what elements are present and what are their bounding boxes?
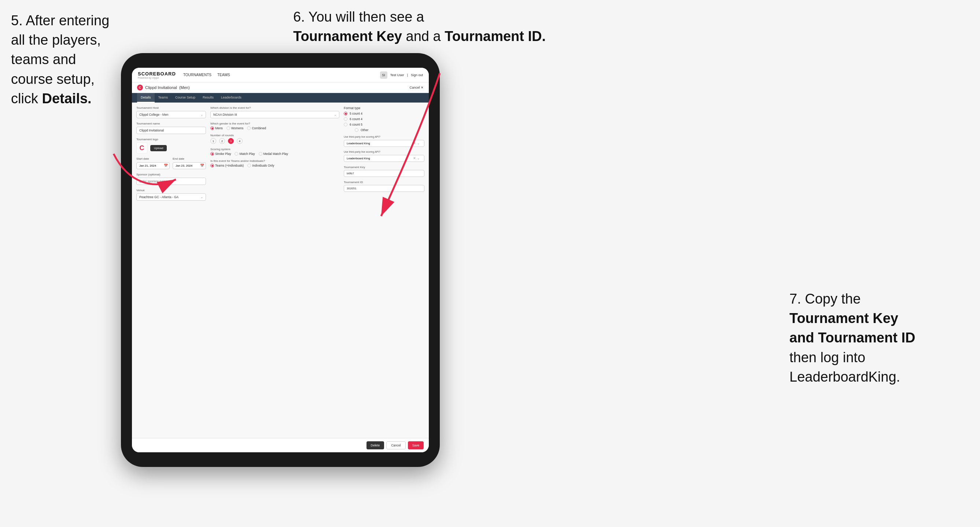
teams-radio[interactable] — [210, 164, 214, 167]
format-5count4[interactable]: 5 count 4 — [344, 112, 425, 115]
user-avatar: SI — [380, 71, 387, 79]
venue-label: Venue — [136, 189, 206, 192]
sign-out-link[interactable]: Sign out — [411, 73, 423, 77]
6count5-radio[interactable] — [344, 123, 347, 126]
cancel-button[interactable]: Cancel — [386, 441, 405, 449]
upload-button[interactable]: Upload — [150, 145, 167, 151]
team-individual-group: Is this event for Teams and/or Individua… — [210, 159, 339, 167]
annotation-top-right: 6. You will then see aTournament Key and… — [293, 7, 550, 46]
round-4[interactable]: 4 — [237, 138, 243, 144]
tab-leaderboards[interactable]: Leaderboards — [217, 93, 245, 103]
c-logo-icon: C — [140, 144, 145, 152]
format-type-group: Format type 5 count 4 6 count 4 6 cou — [344, 106, 425, 132]
scoring-medal[interactable]: Medal Match Play — [259, 152, 288, 156]
rounds-group: Number of rounds 1 2 3 4 — [210, 134, 339, 144]
combined-radio[interactable] — [247, 126, 251, 130]
gender-womens[interactable]: Womens — [226, 126, 243, 130]
other-radio[interactable] — [355, 128, 358, 132]
team-individual-label: Is this event for Teams and/or Individua… — [210, 159, 339, 163]
format-other[interactable]: Other — [355, 128, 425, 132]
stroke-radio[interactable] — [210, 152, 214, 156]
tab-details[interactable]: Details — [137, 93, 155, 103]
womens-radio[interactable] — [226, 126, 230, 130]
end-date-field: End date 📅 — [173, 157, 206, 169]
tournament-id-value: 302051 — [344, 185, 425, 192]
venue-group: Venue Peachtree GC - Atlanta - GA — [136, 189, 206, 201]
right-column: Format type 5 count 4 6 count 4 6 cou — [344, 106, 425, 434]
6count4-label: 6 count 4 — [350, 117, 363, 121]
division-select-wrapper: NCAA Division III — [210, 111, 339, 118]
start-date-label: Start date — [136, 157, 170, 160]
annotation-bottom-right-text: 7. Copy theTournament Keyand Tournament … — [789, 291, 915, 384]
division-group: Which division is the event for? NCAA Di… — [210, 106, 339, 118]
tournament-icon: C — [137, 84, 143, 90]
round-1[interactable]: 1 — [210, 138, 216, 144]
teams-option[interactable]: Teams (+Individuals) — [210, 164, 244, 167]
third-party-live-select1[interactable]: Leaderboard King — [344, 140, 425, 147]
third-party-live-group1: Use third-party live scoring API? Leader… — [344, 135, 425, 147]
rounds-label: Number of rounds — [210, 134, 339, 137]
page-header: C Clippd Invitational (Men) Cancel ✕ — [132, 83, 429, 93]
third-party-live-select-wrapper2: Leaderboard King ✕ ⌄ — [344, 154, 425, 162]
nav-teams[interactable]: TEAMS — [217, 73, 230, 77]
match-radio[interactable] — [235, 152, 238, 156]
mens-label: Mens — [215, 126, 223, 130]
scoring-label: Scoring system — [210, 148, 339, 151]
tournament-key-value: b6fb7 — [344, 170, 425, 177]
tournament-key-group: Tournament Key b6fb7 — [344, 165, 425, 177]
round-2[interactable]: 2 — [219, 138, 225, 144]
cancel-top-button[interactable]: Cancel ✕ — [409, 86, 424, 89]
tournament-host-select[interactable]: Clippd College - Men — [136, 111, 206, 118]
womens-label: Womens — [231, 126, 243, 130]
sponsor-input[interactable] — [136, 178, 206, 185]
third-party-live-label1: Use third-party live scoring API? — [344, 135, 425, 138]
start-date-field: Start date 📅 — [136, 157, 170, 169]
tab-navigation: Details Teams Course Setup Results Leade… — [132, 93, 429, 103]
5count4-radio[interactable] — [344, 112, 347, 115]
medal-radio[interactable] — [259, 152, 262, 156]
tab-course-setup[interactable]: Course Setup — [172, 93, 199, 103]
sponsor-label: Sponsor (optional) — [136, 173, 206, 176]
tournament-id-group: Tournament ID 302051 — [344, 181, 425, 192]
tournament-name: Clippd Invitational — [145, 85, 177, 90]
stroke-label: Stroke Play — [215, 152, 231, 156]
clear-third-party1-icon[interactable]: ✕ ⌄ — [413, 141, 420, 145]
clear-third-party2-icon[interactable]: ✕ ⌄ — [413, 156, 420, 160]
6count4-radio[interactable] — [344, 117, 347, 121]
gender-combined[interactable]: Combined — [247, 126, 266, 130]
delete-button[interactable]: Delete — [366, 441, 385, 449]
tournament-logo-group: Tournament logo C Upload — [136, 138, 206, 154]
scoring-match[interactable]: Match Play — [235, 152, 255, 156]
individuals-option[interactable]: Individuals Only — [247, 164, 274, 167]
nav-tournaments[interactable]: TOURNAMENTS — [183, 73, 212, 77]
save-button[interactable]: Save — [408, 441, 424, 449]
venue-select[interactable]: Peachtree GC - Atlanta - GA — [136, 194, 206, 201]
tab-results[interactable]: Results — [199, 93, 217, 103]
individuals-radio[interactable] — [247, 164, 251, 167]
tournament-name-input[interactable] — [136, 127, 206, 134]
user-name: Test User — [390, 73, 404, 77]
annotation-left: 5. After enteringall the players,teams a… — [11, 11, 128, 108]
tournament-name-label: Tournament name — [136, 122, 206, 125]
division-select[interactable]: NCAA Division III — [210, 111, 339, 118]
gender-mens[interactable]: Mens — [210, 126, 223, 130]
team-individual-radio-group: Teams (+Individuals) Individuals Only — [210, 164, 339, 167]
tab-teams[interactable]: Teams — [155, 93, 172, 103]
other-label: Other — [361, 128, 368, 132]
header-right: SI Test User | Sign out — [380, 71, 423, 79]
tournament-host-label: Tournament Host — [136, 106, 206, 110]
footer-buttons: Delete Cancel Save — [132, 438, 429, 452]
third-party-live-label2: Use third-party live scoring API? — [344, 151, 425, 153]
tournament-name-header: C Clippd Invitational (Men) — [137, 84, 190, 90]
mens-radio[interactable] — [210, 126, 214, 130]
format-6count4[interactable]: 6 count 4 — [344, 117, 425, 121]
dates-group: Start date 📅 End date 📅 — [136, 157, 206, 169]
scoring-radio-group: Stroke Play Match Play Medal Match Play — [210, 152, 339, 156]
format-6count5[interactable]: 6 count 5 — [344, 123, 425, 126]
round-3[interactable]: 3 — [228, 138, 234, 144]
third-party-live-select2[interactable]: Leaderboard King — [344, 155, 425, 162]
division-label: Which division is the event for? — [210, 106, 339, 110]
scoring-stroke[interactable]: Stroke Play — [210, 152, 231, 156]
separator: | — [407, 73, 408, 77]
main-content: Tournament Host Clippd College - Men Tou… — [132, 103, 429, 438]
